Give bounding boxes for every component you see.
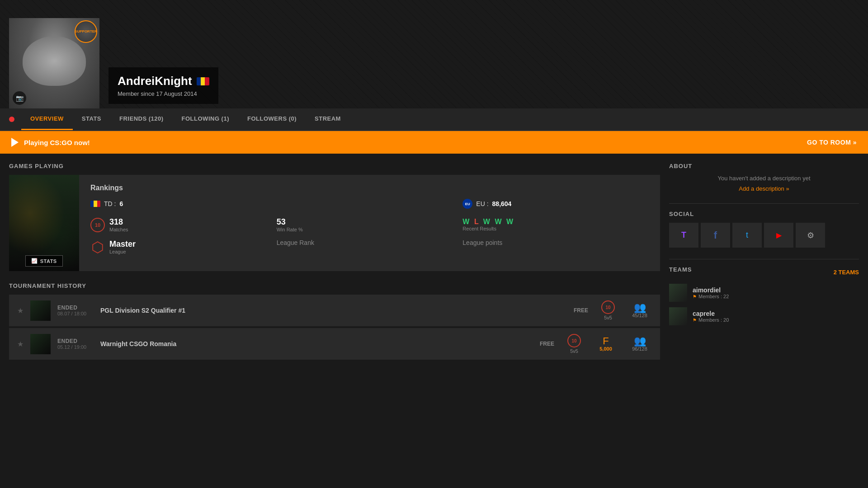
members-icon-1: ⚑ xyxy=(693,294,697,299)
rankings-label: Rankings xyxy=(90,184,649,192)
camera-icon[interactable]: 📷 xyxy=(13,91,26,105)
teams-title: TEAMS xyxy=(669,266,692,273)
twitter-button[interactable]: t xyxy=(732,223,762,248)
mode-text-1: 5v5 xyxy=(604,315,612,320)
username-box: AndreiKnight Member since 17 August 2014 xyxy=(108,67,218,104)
prize-text: 5,000 xyxy=(599,346,612,352)
tab-overview[interactable]: OVERVIEW xyxy=(21,108,73,130)
team-info-2: caprele ⚑ Members : 20 xyxy=(693,310,729,323)
social-section: SOCIAL T f t ▶ ⚙ xyxy=(669,211,859,248)
game-info: Rankings TD : 6 EU EU : xyxy=(79,175,660,271)
table-row: ★ ENDED 05.12 / 19:00 Warnight CSGO Roma… xyxy=(9,328,660,360)
result-w2: W xyxy=(483,218,491,225)
team-avatar-1 xyxy=(669,284,687,302)
tournament-section-title: TOURNAMENT HISTORY xyxy=(9,282,660,289)
tournament-thumb-img-1 xyxy=(30,300,51,321)
mode-icon-2: 10 xyxy=(567,334,581,347)
ended-date-1: 08.07 / 18:00 xyxy=(57,311,94,316)
teams-header: TEAMS 2 TEAMS xyxy=(669,266,859,278)
tab-stream[interactable]: STREAM xyxy=(306,108,350,130)
ended-block-1: ENDED 08.07 / 18:00 xyxy=(57,305,94,316)
stats-chart-icon: 📈 xyxy=(31,258,38,264)
result-l: L xyxy=(474,218,480,225)
league-rank-stat: League Rank xyxy=(277,239,463,255)
league-rank-label: League Rank xyxy=(277,239,463,246)
divider-2 xyxy=(669,259,859,259)
team-avatar-img-2 xyxy=(669,307,687,325)
facebook-button[interactable]: f xyxy=(701,223,730,248)
td-ranking: TD : 6 xyxy=(90,199,277,209)
ended-label-1: ENDED xyxy=(57,305,94,311)
result-w1: W xyxy=(462,218,471,225)
tournament-thumb-img-2 xyxy=(30,334,51,354)
ended-label-2: ENDED xyxy=(57,338,94,344)
team-avatar-2 xyxy=(669,307,687,325)
slots-icon-1: 👥 xyxy=(634,303,646,313)
add-description-link[interactable]: Add a description » xyxy=(669,185,859,192)
nav-bar: OVERVIEW STATS FRIENDS (120) FOLLOWING (… xyxy=(0,108,868,131)
league-points-stat: League points xyxy=(462,239,649,255)
league-label: League xyxy=(109,249,136,254)
recent-results-label: Recent Results xyxy=(462,226,649,231)
matches-stat: 10 318 Matches xyxy=(90,218,277,232)
stats-button[interactable]: 📈 STATS xyxy=(25,255,62,267)
left-column: GAMES PLAYING 📈 STATS Rankings xyxy=(9,163,660,371)
header: SUPPORTER 📷 AndreiKnight Member since 17… xyxy=(0,0,868,108)
go-to-room-button[interactable]: GO TO ROOM » xyxy=(807,139,857,146)
league-stat: Master League xyxy=(90,239,277,255)
slots-badge-1: 👥 45/128 xyxy=(626,303,653,318)
slots-text-2: 96/128 xyxy=(632,346,647,352)
td-value: 6 xyxy=(119,200,123,207)
prize-icon: F xyxy=(603,336,609,346)
slots-icon-2: 👥 xyxy=(634,336,646,346)
online-indicator xyxy=(9,117,14,122)
main-content: GAMES PLAYING 📈 STATS Rankings xyxy=(0,154,868,380)
divider-1 xyxy=(669,203,859,204)
tournament-thumbnail-2 xyxy=(30,334,51,354)
user-info: AndreiKnight Member since 17 August 2014 xyxy=(108,67,218,108)
tab-followers[interactable]: FOLLOWERS (0) xyxy=(238,108,306,130)
team-name-2: caprele xyxy=(693,310,729,317)
tab-following[interactable]: FOLLOWING (1) xyxy=(173,108,238,130)
tournament-name-2: Warnight CSGO Romania xyxy=(100,340,531,347)
game-card: 📈 STATS Rankings TD : 6 xyxy=(9,175,660,271)
favorite-star-icon[interactable]: ★ xyxy=(17,306,24,315)
matches-value: 318 xyxy=(109,218,128,227)
list-item: aimordiel ⚑ Members : 22 xyxy=(669,284,859,302)
eu-label: EU : xyxy=(476,200,488,207)
td-label: TD : xyxy=(104,200,116,207)
member-since: Member since 17 August 2014 xyxy=(118,90,209,97)
result-w3: W xyxy=(495,218,503,225)
team-members-count-1: Members : 22 xyxy=(698,294,729,299)
game-thumbnail: 📈 STATS xyxy=(9,175,79,271)
stats-label: STATS xyxy=(40,258,57,264)
table-row: ★ ENDED 08.07 / 18:00 PGL Division S2 Qu… xyxy=(9,295,660,326)
ended-block-2: ENDED 05.12 / 19:00 xyxy=(57,338,94,350)
team-name-1: aimordiel xyxy=(693,286,729,294)
matches-texts: 318 Matches xyxy=(109,218,128,232)
team-members-1: ⚑ Members : 22 xyxy=(693,294,729,299)
tournament-thumbnail-1 xyxy=(30,300,51,321)
mode-text-2: 5v5 xyxy=(570,348,578,354)
supporter-badge: SUPPORTER xyxy=(75,20,97,43)
win-rate-value: 53 xyxy=(277,218,463,227)
favorite-star-icon-2[interactable]: ★ xyxy=(17,340,24,348)
youtube-button[interactable]: ▶ xyxy=(764,223,793,248)
nav-tabs: OVERVIEW STATS FRIENDS (120) FOLLOWING (… xyxy=(21,108,350,130)
tab-stats[interactable]: STATS xyxy=(73,108,110,130)
about-title: ABOUT xyxy=(669,163,859,169)
games-section: GAMES PLAYING 📈 STATS Rankings xyxy=(9,163,660,271)
play-arrow-icon xyxy=(11,138,19,147)
tab-friends[interactable]: FRIENDS (120) xyxy=(110,108,173,130)
matches-icon: 10 xyxy=(90,218,105,232)
team-members-2: ⚑ Members : 20 xyxy=(693,317,729,323)
slots-badge-2: 👥 96/128 xyxy=(626,336,653,352)
teams-section: TEAMS 2 TEAMS aimordiel ⚑ Members : 22 xyxy=(669,266,859,325)
username-text: AndreiKnight xyxy=(118,74,192,88)
twitch-button[interactable]: T xyxy=(669,223,698,248)
right-column: ABOUT You haven't added a description ye… xyxy=(669,163,859,371)
team-members-count-2: Members : 20 xyxy=(698,317,729,323)
header-content: SUPPORTER 📷 AndreiKnight Member since 17… xyxy=(0,0,868,108)
steam-button[interactable]: ⚙ xyxy=(796,223,825,248)
flag-td xyxy=(90,201,100,207)
